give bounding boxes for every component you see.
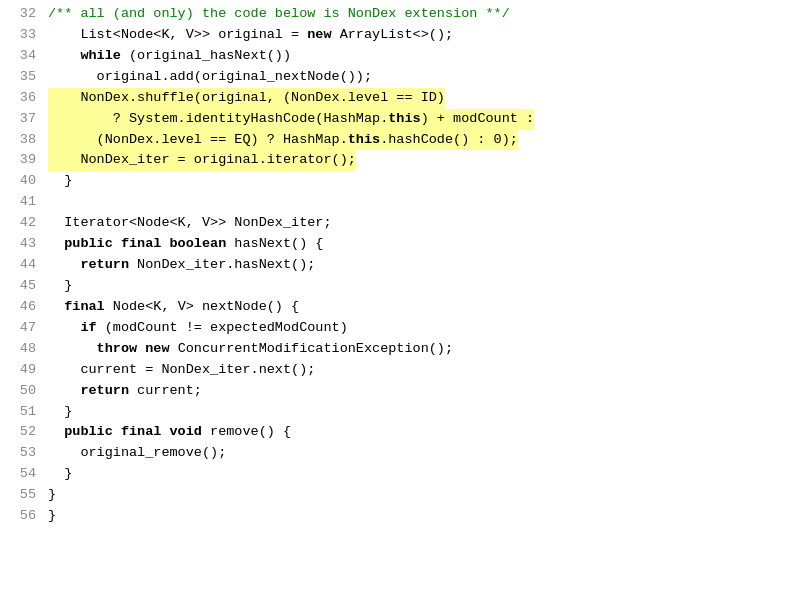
line-number: 56 xyxy=(0,506,36,527)
code-segment: ) + modCount : xyxy=(421,111,534,126)
line-number: 45 xyxy=(0,276,36,297)
code-segment: (original_hasNext()) xyxy=(121,48,291,63)
code-line: 51 } xyxy=(0,402,802,423)
code-line: 50 return current; xyxy=(0,381,802,402)
line-content: while (original_hasNext()) xyxy=(48,46,291,67)
line-number: 44 xyxy=(0,255,36,276)
code-line: 56} xyxy=(0,506,802,527)
line-number: 46 xyxy=(0,297,36,318)
code-segment: return xyxy=(80,257,129,272)
code-segment: ConcurrentModificationException(); xyxy=(170,341,454,356)
code-segment: all (and only) the code below is NonDex … xyxy=(80,6,477,21)
line-number: 35 xyxy=(0,67,36,88)
line-content xyxy=(48,192,56,213)
code-segment: List<Node<K, V>> original = xyxy=(48,27,307,42)
code-segment: public final void xyxy=(64,424,202,439)
code-segment: public final boolean xyxy=(64,236,226,251)
code-segment: } xyxy=(48,487,56,502)
code-segment xyxy=(48,383,80,398)
line-number: 47 xyxy=(0,318,36,339)
line-number: 42 xyxy=(0,213,36,234)
code-line: 42 Iterator<Node<K, V>> NonDex_iter; xyxy=(0,213,802,234)
line-content: } xyxy=(48,402,72,423)
code-segment: current = NonDex_iter.next(); xyxy=(48,362,315,377)
code-line: 48 throw new ConcurrentModificationExcep… xyxy=(0,339,802,360)
code-segment: this xyxy=(388,111,420,126)
line-content: Iterator<Node<K, V>> NonDex_iter; xyxy=(48,213,332,234)
code-segment: **/ xyxy=(477,6,509,21)
code-segment: } xyxy=(48,404,72,419)
line-content: ? System.identityHashCode(HashMap.this) … xyxy=(48,109,534,130)
code-segment: original_remove(); xyxy=(48,445,226,460)
code-line: 55} xyxy=(0,485,802,506)
code-segment: if xyxy=(80,320,96,335)
code-segment: remove() { xyxy=(202,424,291,439)
code-segment: current; xyxy=(129,383,202,398)
line-number: 55 xyxy=(0,485,36,506)
line-content: return NonDex_iter.hasNext(); xyxy=(48,255,315,276)
code-line: 34 while (original_hasNext()) xyxy=(0,46,802,67)
line-content: current = NonDex_iter.next(); xyxy=(48,360,315,381)
code-line: 38 (NonDex.level == EQ) ? HashMap.this.h… xyxy=(0,130,802,151)
code-segment: } xyxy=(48,173,72,188)
code-line: 35 original.add(original_nextNode()); xyxy=(0,67,802,88)
line-content: final Node<K, V> nextNode() { xyxy=(48,297,299,318)
code-segment: hasNext() { xyxy=(226,236,323,251)
code-line: 33 List<Node<K, V>> original = new Array… xyxy=(0,25,802,46)
code-segment: Node<K, V> nextNode() { xyxy=(105,299,299,314)
code-segment: while xyxy=(80,48,121,63)
line-number: 39 xyxy=(0,150,36,171)
line-content: } xyxy=(48,276,72,297)
code-line: 36 NonDex.shuffle(original, (NonDex.leve… xyxy=(0,88,802,109)
line-content: } xyxy=(48,171,72,192)
line-number: 32 xyxy=(0,4,36,25)
code-line: 52 public final void remove() { xyxy=(0,422,802,443)
line-content: public final boolean hasNext() { xyxy=(48,234,323,255)
line-number: 54 xyxy=(0,464,36,485)
line-content: NonDex_iter = original.iterator(); xyxy=(48,150,356,171)
code-line: 39 NonDex_iter = original.iterator(); xyxy=(0,150,802,171)
line-content: } xyxy=(48,464,72,485)
code-segment: new xyxy=(307,27,331,42)
line-number: 37 xyxy=(0,109,36,130)
line-number: 49 xyxy=(0,360,36,381)
code-segment xyxy=(48,236,64,251)
code-segment: } xyxy=(48,466,72,481)
line-content: /** all (and only) the code below is Non… xyxy=(48,4,510,25)
code-line: 45 } xyxy=(0,276,802,297)
code-container: 32/** all (and only) the code below is N… xyxy=(0,0,802,605)
code-segment: } xyxy=(48,508,56,523)
code-segment: ? System.identityHashCode(HashMap. xyxy=(48,111,388,126)
line-number: 33 xyxy=(0,25,36,46)
code-segment xyxy=(48,299,64,314)
line-content: } xyxy=(48,485,56,506)
line-content: original.add(original_nextNode()); xyxy=(48,67,372,88)
code-segment xyxy=(48,424,64,439)
line-number: 52 xyxy=(0,422,36,443)
code-segment: .hashCode() : 0); xyxy=(380,132,518,147)
line-content: original_remove(); xyxy=(48,443,226,464)
line-number: 34 xyxy=(0,46,36,67)
line-number: 41 xyxy=(0,192,36,213)
code-segment xyxy=(48,48,80,63)
code-segment xyxy=(48,257,80,272)
code-line: 49 current = NonDex_iter.next(); xyxy=(0,360,802,381)
line-number: 38 xyxy=(0,130,36,151)
code-line: 40 } xyxy=(0,171,802,192)
code-segment: NonDex_iter = original.iterator(); xyxy=(48,152,356,167)
code-line: 46 final Node<K, V> nextNode() { xyxy=(0,297,802,318)
code-line: 44 return NonDex_iter.hasNext(); xyxy=(0,255,802,276)
code-segment: original.add(original_nextNode()); xyxy=(48,69,372,84)
code-line: 54 } xyxy=(0,464,802,485)
code-line: 41 xyxy=(0,192,802,213)
code-segment: final xyxy=(64,299,105,314)
code-segment: (NonDex.level == EQ) ? HashMap. xyxy=(48,132,348,147)
line-number: 43 xyxy=(0,234,36,255)
line-number: 51 xyxy=(0,402,36,423)
code-line: 53 original_remove(); xyxy=(0,443,802,464)
line-number: 53 xyxy=(0,443,36,464)
line-number: 50 xyxy=(0,381,36,402)
code-segment: } xyxy=(48,278,72,293)
code-line: 47 if (modCount != expectedModCount) xyxy=(0,318,802,339)
code-segment xyxy=(48,341,97,356)
